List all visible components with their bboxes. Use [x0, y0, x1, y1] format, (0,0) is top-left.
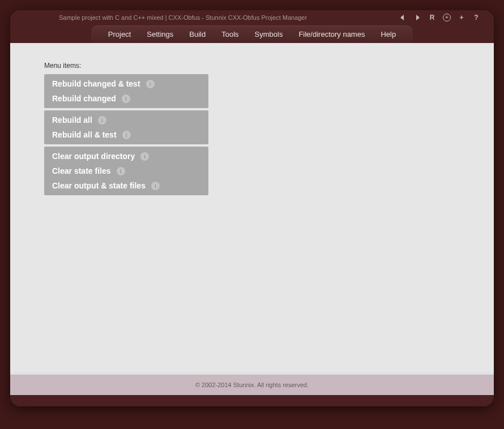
menu-items-heading: Menu items: — [44, 62, 494, 70]
menu-item-rebuild-changed[interactable]: Rebuild changed i — [44, 91, 208, 106]
menu-group: Rebuild changed & test i Rebuild changed… — [44, 74, 208, 108]
menu-item-clear-output-state[interactable]: Clear output & state files i — [44, 178, 208, 193]
menu-item-label: Rebuild changed & test — [52, 79, 140, 88]
menu-item-label: Rebuild all — [52, 115, 92, 125]
menu-item-clear-output[interactable]: Clear output directory i — [44, 149, 208, 164]
zoom-plus-icon[interactable]: + — [458, 14, 465, 22]
menubar-inner: Project Settings Build Tools Symbols Fil… — [91, 25, 413, 43]
menu-help[interactable]: Help — [381, 30, 396, 38]
menu-item-rebuild-all[interactable]: Rebuild all i — [44, 113, 208, 127]
window-title: Sample project with C and C++ mixed | CX… — [59, 14, 399, 21]
help-icon[interactable]: ? — [472, 14, 480, 22]
titlebar-controls: R + + ? — [399, 14, 485, 22]
menu-item-label: Clear output directory — [52, 152, 135, 161]
menu-item-label: Rebuild all & test — [52, 130, 117, 139]
info-icon[interactable]: i — [140, 152, 149, 161]
reload-icon[interactable]: R — [428, 14, 436, 22]
footer: © 2002-2014 Stunnix. All rights reserved… — [10, 375, 494, 395]
info-icon[interactable]: i — [146, 80, 155, 88]
zoom-plus-circled-icon[interactable]: + — [443, 14, 451, 22]
window-bottom-bar — [10, 395, 494, 406]
menu-group: Clear output directory i Clear state fil… — [44, 147, 208, 195]
back-icon[interactable] — [399, 14, 407, 22]
info-icon[interactable]: i — [122, 95, 130, 103]
menu-item-rebuild-changed-test[interactable]: Rebuild changed & test i — [44, 76, 208, 91]
menu-build[interactable]: Build — [189, 30, 206, 38]
menu-tools[interactable]: Tools — [221, 30, 238, 38]
info-icon[interactable]: i — [117, 167, 125, 175]
menu-item-clear-state[interactable]: Clear state files i — [44, 164, 208, 178]
info-icon[interactable]: i — [122, 131, 131, 139]
menu-settings[interactable]: Settings — [147, 30, 173, 38]
menu-item-label: Clear state files — [52, 166, 111, 175]
titlebar: Sample project with C and C++ mixed | CX… — [10, 10, 494, 23]
menu-group: Rebuild all i Rebuild all & test i — [44, 110, 208, 144]
menu-item-label: Clear output & state files — [52, 181, 146, 190]
menu-item-rebuild-all-test[interactable]: Rebuild all & test i — [44, 127, 208, 142]
menu-project[interactable]: Project — [108, 30, 131, 38]
menubar: Project Settings Build Tools Symbols Fil… — [10, 23, 494, 43]
menu-filedir[interactable]: File/directory names — [298, 30, 365, 38]
forward-icon[interactable] — [413, 14, 421, 22]
menu-symbols[interactable]: Symbols — [255, 30, 283, 38]
content-area: Menu items: Rebuild changed & test i Reb… — [10, 43, 494, 395]
footer-text: © 2002-2014 Stunnix. All rights reserved… — [195, 381, 309, 388]
info-icon[interactable]: i — [98, 116, 106, 125]
menu-item-label: Rebuild changed — [52, 94, 116, 103]
app-window: Sample project with C and C++ mixed | CX… — [10, 10, 494, 406]
info-icon[interactable]: i — [151, 182, 160, 190]
